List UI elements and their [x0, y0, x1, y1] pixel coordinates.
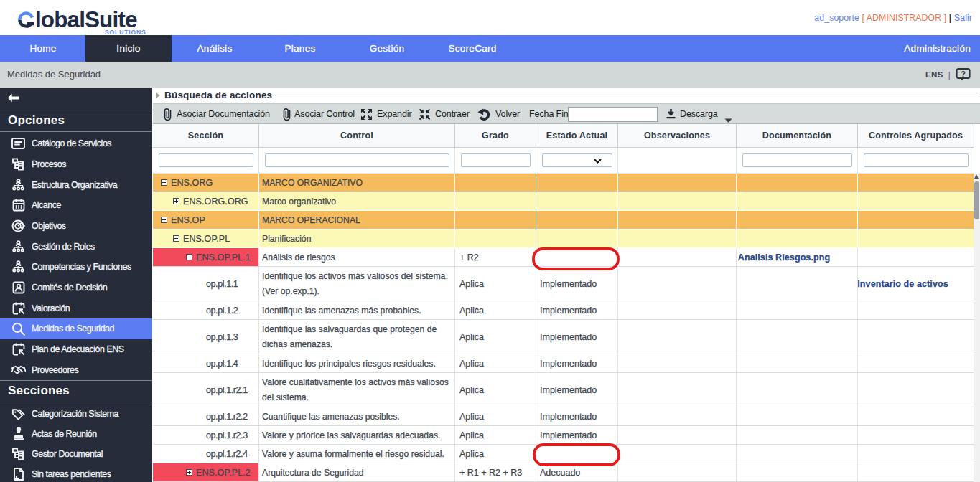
svg-text:?: ? [961, 70, 966, 78]
